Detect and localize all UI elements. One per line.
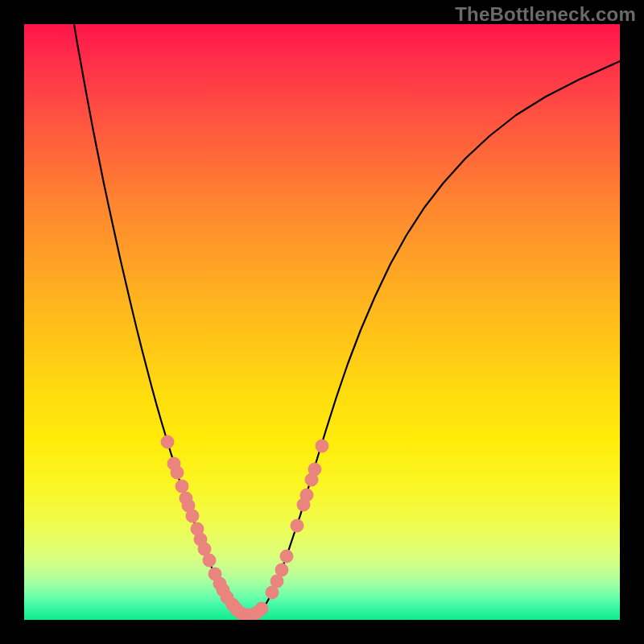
chart-stage: TheBottleneck.com bbox=[0, 0, 644, 644]
data-marker bbox=[203, 554, 216, 567]
data-marker bbox=[291, 519, 303, 532]
data-marker bbox=[161, 436, 174, 448]
data-marker bbox=[275, 564, 288, 576]
data-marker bbox=[186, 510, 199, 522]
plot-area bbox=[24, 24, 620, 620]
data-marker bbox=[255, 602, 268, 615]
data-marker bbox=[300, 489, 313, 502]
data-markers-group bbox=[161, 436, 328, 620]
data-marker bbox=[175, 480, 188, 493]
watermark-label: TheBottleneck.com bbox=[455, 3, 636, 26]
data-marker bbox=[308, 463, 321, 476]
data-marker bbox=[280, 550, 293, 563]
data-marker bbox=[171, 466, 184, 479]
chart-svg bbox=[24, 24, 620, 620]
bottleneck-curve bbox=[74, 24, 620, 615]
data-marker bbox=[316, 440, 328, 452]
